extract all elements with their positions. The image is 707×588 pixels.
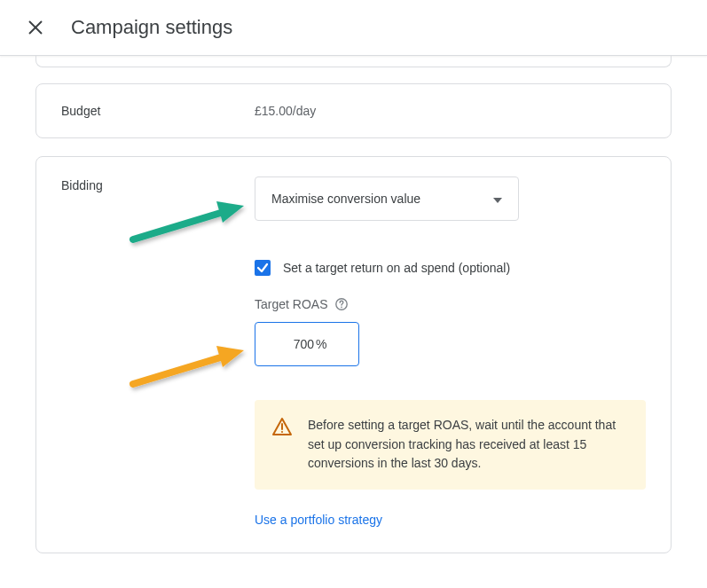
target-roas-checkbox-label: Set a target return on ad spend (optiona… [283, 261, 510, 275]
budget-card[interactable]: Budget £15.00/day [35, 83, 672, 138]
target-roas-input[interactable] [271, 337, 314, 351]
portfolio-strategy-link[interactable]: Use a portfolio strategy [255, 513, 382, 527]
collapsed-card [35, 56, 672, 67]
help-icon[interactable] [334, 297, 349, 311]
svg-point-3 [342, 307, 343, 309]
close-icon[interactable] [25, 17, 46, 38]
target-roas-suffix: % [316, 337, 326, 351]
header: Campaign settings [0, 0, 707, 56]
target-roas-checkbox-row: Set a target return on ad spend (optiona… [255, 260, 646, 276]
target-roas-input-container[interactable]: % [255, 322, 359, 366]
bidding-card: Bidding Maximise conversion value Set a … [35, 156, 672, 553]
warning-text: Before setting a target ROAS, wait until… [308, 416, 628, 474]
target-roas-checkbox[interactable] [255, 260, 271, 276]
budget-value: £15.00/day [255, 104, 316, 118]
page-title: Campaign settings [71, 16, 232, 39]
bidding-label: Bidding [61, 176, 255, 528]
warning-icon [272, 418, 292, 439]
budget-label: Budget [61, 104, 255, 118]
chevron-down-icon [493, 192, 502, 206]
svg-point-5 [281, 431, 283, 433]
warning-banner: Before setting a target ROAS, wait until… [255, 400, 646, 490]
bid-strategy-dropdown[interactable]: Maximise conversion value [255, 176, 519, 221]
dropdown-value: Maximise conversion value [271, 192, 420, 206]
target-roas-label: Target ROAS [255, 297, 327, 311]
